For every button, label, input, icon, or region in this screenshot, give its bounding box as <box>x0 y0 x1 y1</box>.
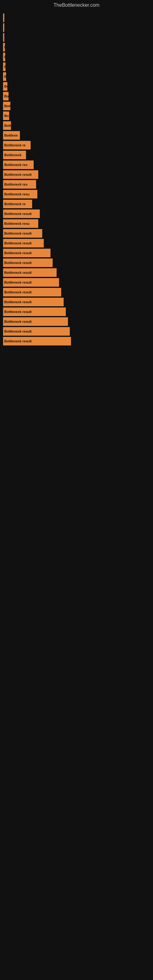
bar-row: Bottleneck result <box>3 210 153 218</box>
bar-label: B <box>4 75 6 78</box>
bar-label: Bo <box>4 114 9 118</box>
bar-row: Bottleneck result <box>3 249 153 257</box>
bar-item <box>3 33 4 41</box>
bar-row: Bottleneck result <box>3 298 153 306</box>
bar-label: Bottleneck <box>4 153 21 157</box>
bar-item: Bottleneck re <box>3 141 30 150</box>
bar-row: Bottleneck result <box>3 288 153 296</box>
bar-row: Bo <box>3 92 153 100</box>
bar-label: Bo <box>4 84 7 88</box>
bar-item: Bottleneck result <box>3 249 51 257</box>
bar-label: Bott <box>4 104 10 108</box>
bar-row: Bott <box>3 102 153 110</box>
bar-item: Bottleneck result <box>3 258 53 267</box>
bar-item <box>3 23 4 32</box>
bar-item: Bottleneck res <box>3 180 36 189</box>
bars-container: BBBBBoBoBottBoBottBottleneBottleneck reB… <box>0 10 153 350</box>
bar-label: Bottleneck result <box>4 271 32 274</box>
bar-row: Bo <box>3 111 153 120</box>
bar-row: Bottleneck result <box>3 317 153 326</box>
bar-item: B <box>3 72 6 81</box>
bar-item: Bottleneck res <box>3 161 33 169</box>
bar-row: Bottleneck resu <box>3 190 153 199</box>
bar-label: B <box>4 55 5 59</box>
bar-row <box>3 23 153 32</box>
bar-row: Bottleneck re <box>3 141 153 150</box>
site-title: TheBottlenecker.com <box>0 0 153 10</box>
bar-item: Bottleneck result <box>3 288 61 296</box>
bar-item: Bottleneck result <box>3 317 68 326</box>
bar-row: B <box>3 62 153 71</box>
bar-row <box>3 33 153 41</box>
bar-label: Bottleneck result <box>4 251 32 255</box>
bar-label: Bottleneck result <box>4 261 32 265</box>
bar-item: Bottleneck result <box>3 239 44 247</box>
bar-item: Bottlene <box>3 131 20 140</box>
bar-item: Bott <box>3 121 11 130</box>
bar-item: Bottleneck result <box>3 337 71 345</box>
bar-row: Bottleneck result <box>3 307 153 316</box>
bar-row: B <box>3 72 153 81</box>
bar-item: Bottleneck result <box>3 298 64 306</box>
bar-label: Bottleneck result <box>4 339 32 343</box>
bar-row: Bottlene <box>3 131 153 140</box>
bar-item: Bottleneck result <box>3 268 57 277</box>
bar-label: Bottleneck resu <box>4 192 30 196</box>
bar-item: Bottleneck result <box>3 307 66 316</box>
bar-label: Bottleneck resu <box>4 222 30 225</box>
bar-row: Bottleneck result <box>3 268 153 277</box>
bar-label: Bottleneck result <box>4 232 32 235</box>
bar-item: Bo <box>3 92 9 100</box>
bar-label: Bott <box>4 124 11 127</box>
bar-item: B <box>3 62 5 71</box>
bar-row: Bottleneck res <box>3 161 153 169</box>
bar-row: Bottleneck re <box>3 200 153 208</box>
bar-label: Bottleneck result <box>4 329 32 333</box>
bar-item: B <box>3 43 5 51</box>
bar-row: Bottleneck result <box>3 278 153 286</box>
bar-item: Bo <box>3 82 7 91</box>
bar-item: Bottleneck <box>3 151 26 159</box>
bar-label: Bottleneck result <box>4 212 32 216</box>
bar-item <box>3 13 4 22</box>
bar-row: Bottleneck result <box>3 239 153 247</box>
bar-row: B <box>3 43 153 51</box>
bar-label: Bottleneck res <box>4 163 27 167</box>
bar-row: Bottleneck res <box>3 180 153 189</box>
bar-row <box>3 13 153 22</box>
bar-label: B <box>4 65 5 68</box>
bar-label: Bottlene <box>4 134 18 137</box>
bar-label: Bottleneck result <box>4 241 32 245</box>
bar-item: Bottleneck resu <box>3 219 38 228</box>
bar-row: Bottleneck result <box>3 170 153 179</box>
bar-item: Bottleneck result <box>3 327 70 336</box>
bar-row: B <box>3 52 153 61</box>
bar-label: Bo <box>4 94 9 98</box>
bar-label: B <box>4 45 5 49</box>
bar-label: Bottleneck re <box>4 202 26 206</box>
bar-row: Bottleneck resu <box>3 219 153 228</box>
bar-row: Bottleneck result <box>3 258 153 267</box>
bar-label: Bottleneck result <box>4 290 32 294</box>
bar-item: Bottleneck re <box>3 200 32 208</box>
bar-row: Bottleneck result <box>3 229 153 238</box>
bar-row: Bottleneck <box>3 151 153 159</box>
bar-label: Bottleneck result <box>4 300 32 304</box>
bar-item: Bott <box>3 102 10 110</box>
bar-item: Bottleneck result <box>3 170 38 179</box>
bar-label: Bottleneck result <box>4 173 32 177</box>
bar-row: Bottleneck result <box>3 337 153 345</box>
bar-item: Bottleneck result <box>3 278 59 286</box>
bar-row: Bott <box>3 121 153 130</box>
bar-item: Bottleneck result <box>3 210 40 218</box>
bar-item: Bottleneck result <box>3 229 42 238</box>
bar-label: Bottleneck re <box>4 143 26 147</box>
bar-label: Bottleneck result <box>4 310 32 313</box>
bar-item: Bottleneck resu <box>3 190 37 199</box>
bar-item: Bo <box>3 111 9 120</box>
bar-row: Bottleneck result <box>3 327 153 336</box>
bar-label: Bottleneck result <box>4 280 32 284</box>
bar-label: Bottleneck result <box>4 320 32 323</box>
bar-item: B <box>3 52 5 61</box>
bar-label: Bottleneck res <box>4 183 27 186</box>
